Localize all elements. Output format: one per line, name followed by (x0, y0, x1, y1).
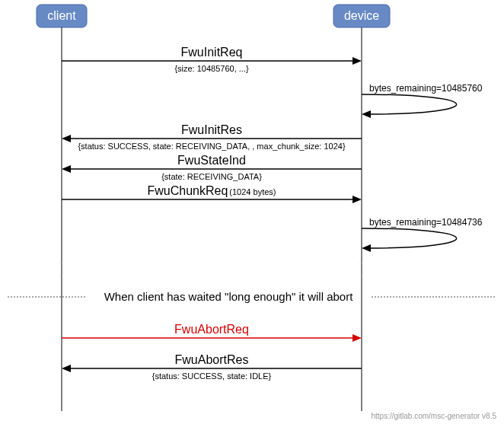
arrow-left-icon (362, 244, 371, 252)
self-loop-2 (362, 228, 457, 248)
sequence-diagram: client device FwuInitReq {size: 10485760… (0, 0, 504, 424)
actor-device-label: device (344, 9, 379, 22)
msg-fwuinitreq-sub: {size: 10485760, ...} (174, 64, 249, 73)
self-loop-1 (362, 94, 457, 114)
arrow-right-icon (352, 57, 362, 65)
arrow-left-icon (362, 110, 371, 118)
self-msg-bytes2: bytes_remaining=10484736 (369, 217, 483, 228)
msg-fwuinitres-label: FwuInitRes (181, 123, 242, 136)
msg-fwuabortres-sub: {status: SUCCESS, state: IDLE} (152, 371, 272, 381)
msg-fwuchunkreq-label: FwuChunkReq(1024 bytes) (148, 184, 276, 197)
msg-fwustateind-label: FwuStateInd (177, 154, 246, 167)
arrow-left-icon (62, 135, 71, 142)
arrow-left-icon (62, 165, 71, 173)
separator-label: When client has waited "long enough" it … (104, 290, 354, 303)
msg-fwustateind-sub: {state: RECEIVING_DATA} (161, 172, 262, 181)
arrow-left-icon (62, 365, 71, 372)
arrow-right-icon (352, 196, 362, 203)
arrow-right-icon (352, 334, 362, 342)
actor-client-label: client (47, 9, 76, 22)
self-msg-bytes1: bytes_remaining=10485760 (369, 83, 483, 94)
credit-text: https://gitlab.com/msc-generator v8.5 (371, 412, 496, 420)
msg-fwuabortres-label: FwuAbortRes (175, 353, 249, 366)
msg-fwuinitreq-label: FwuInitReq (181, 46, 243, 59)
msg-fwuinitres-sub: {status: SUCCESS, state: RECEIVING_DATA,… (78, 142, 345, 151)
msg-fwuabortreq-label: FwuAbortReq (174, 323, 249, 336)
